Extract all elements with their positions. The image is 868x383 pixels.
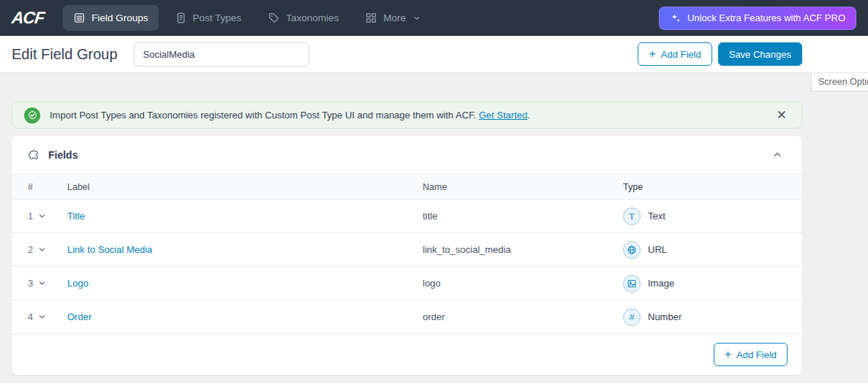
screen-options-tab[interactable]: Screen Options: [811, 73, 868, 91]
text-type-icon: T: [623, 208, 641, 225]
image-type-icon: [623, 275, 641, 292]
globe-type-icon: [623, 241, 641, 259]
page-header: Edit Field Group + Add Field Save Change…: [0, 36, 868, 73]
field-name: link_to_social_media: [423, 244, 623, 255]
screen-options-label: Screen Options: [818, 77, 868, 87]
row-order: 2: [12, 244, 37, 255]
field-name: title: [423, 211, 623, 221]
nav-tab-label: More: [383, 12, 406, 23]
number-type-icon: #: [623, 308, 641, 326]
post-types-icon: [175, 12, 187, 24]
more-grid-icon: [365, 12, 377, 24]
field-name: order: [423, 311, 623, 322]
chevron-up-icon: [771, 149, 783, 161]
success-check-icon: [24, 107, 40, 124]
collapse-panel-toggle[interactable]: [769, 146, 786, 164]
chevron-down-icon: [37, 311, 48, 322]
header-actions: + Add Field Save Changes: [638, 42, 802, 66]
add-field-button-top[interactable]: + Add Field: [638, 42, 712, 66]
field-label-link[interactable]: Order: [67, 311, 91, 322]
fields-panel: Fields # Label Name Type 1 Title title T…: [12, 136, 802, 375]
chevron-down-icon: [412, 13, 422, 23]
nav-tab-taxonomies[interactable]: Taxonomies: [257, 5, 349, 31]
nav-tab-label: Post Types: [193, 12, 242, 23]
field-type-label: Text: [648, 211, 665, 221]
taxonomies-icon: [268, 12, 280, 24]
field-type-label: Number: [648, 311, 682, 322]
field-type-label: Image: [648, 278, 674, 289]
column-header-label: Label: [67, 182, 423, 192]
unlock-pro-label: Unlock Extra Features with ACF PRO: [687, 12, 845, 23]
fields-panel-footer: + Add Field: [12, 334, 802, 375]
chevron-down-icon: [37, 211, 48, 221]
fields-panel-title: Fields: [48, 149, 78, 161]
chevron-down-icon: [37, 244, 48, 255]
plus-icon: +: [649, 48, 655, 60]
notice-message: Import Post Types and Taxonomies registe…: [50, 110, 476, 121]
save-changes-button[interactable]: Save Changes: [718, 42, 802, 66]
puzzle-icon: [28, 148, 41, 162]
import-notice-banner: Import Post Types and Taxonomies registe…: [12, 102, 802, 129]
column-header-type: Type: [623, 182, 802, 192]
field-type-cell: Image: [623, 275, 802, 292]
fields-table-header: # Label Name Type: [12, 175, 802, 200]
notice-suffix: .: [527, 110, 530, 121]
field-type-cell: URL: [623, 241, 802, 259]
row-expand-toggle[interactable]: [37, 244, 67, 255]
save-changes-label: Save Changes: [729, 49, 791, 60]
nav-tab-post-types[interactable]: Post Types: [165, 5, 252, 31]
nav-tab-more[interactable]: More: [355, 5, 432, 31]
chevron-down-icon: [37, 278, 48, 289]
plus-icon: +: [725, 349, 731, 360]
field-label-link[interactable]: Title: [67, 211, 85, 221]
type-icon-glyph: #: [630, 312, 635, 322]
add-field-label: Add Field: [661, 49, 701, 60]
nav-tab-label: Field Groups: [91, 12, 148, 23]
sparkles-icon: [670, 12, 682, 24]
get-started-link[interactable]: Get Started: [479, 110, 527, 121]
field-label-link[interactable]: Logo: [67, 278, 88, 289]
field-name: logo: [423, 278, 623, 289]
field-type-label: URL: [648, 244, 667, 255]
table-row: 2 Link to Social Media link_to_social_me…: [12, 233, 802, 267]
row-order: 3: [12, 278, 37, 289]
field-label-link[interactable]: Link to Social Media: [67, 244, 152, 255]
page-title: Edit Field Group: [12, 46, 118, 63]
close-icon[interactable]: ✕: [774, 107, 790, 123]
field-groups-icon: [73, 12, 86, 24]
unlock-pro-button[interactable]: Unlock Extra Features with ACF PRO: [659, 7, 856, 30]
add-field-label: Add Field: [736, 349, 777, 360]
main-content: Import Post Types and Taxonomies registe…: [0, 73, 802, 375]
field-type-cell: # Number: [623, 308, 802, 326]
nav-tab-label: Taxonomies: [286, 12, 339, 23]
nav-tab-field-groups[interactable]: Field Groups: [63, 5, 158, 31]
type-icon-glyph: T: [629, 211, 635, 222]
field-type-cell: T Text: [623, 208, 802, 225]
row-expand-toggle[interactable]: [37, 311, 67, 322]
acf-logo: ACF: [11, 8, 45, 28]
row-order: 4: [12, 311, 37, 322]
fields-panel-header: Fields: [12, 136, 802, 175]
notice-text: Import Post Types and Taxonomies registe…: [50, 110, 530, 121]
column-header-order: #: [12, 182, 37, 192]
row-expand-toggle[interactable]: [37, 211, 67, 221]
table-row: 3 Logo logo Image: [12, 267, 802, 300]
table-row: 1 Title title T Text: [12, 200, 802, 233]
column-header-name: Name: [423, 182, 623, 192]
top-navbar: ACF Field Groups Post Types Taxonomies: [0, 0, 868, 36]
row-expand-toggle[interactable]: [37, 278, 67, 289]
table-row: 4 Order order # Number: [12, 300, 802, 334]
add-field-button-bottom[interactable]: + Add Field: [714, 343, 788, 366]
field-group-title-input[interactable]: [134, 42, 309, 67]
row-order: 1: [12, 211, 37, 221]
